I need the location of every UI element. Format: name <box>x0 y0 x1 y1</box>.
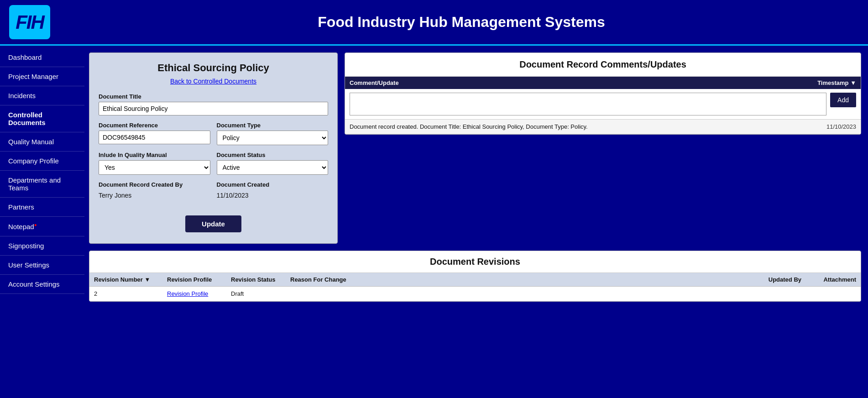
document-type-select[interactable]: Policy Procedure Work Instruction Form <box>217 131 329 145</box>
comments-col-header-timestamp: Timestamp ▼ <box>783 79 856 86</box>
document-status-label: Document Status <box>217 152 329 158</box>
reference-type-row: Document Reference Document Type Policy … <box>99 122 328 152</box>
comment-text: Document record created. Document Title:… <box>350 123 783 130</box>
main-layout: Dashboard Project Manager Incidents Cont… <box>0 46 868 398</box>
comments-col-header-comment: Comment/Update <box>350 79 783 86</box>
sidebar-item-project-manager[interactable]: Project Manager <box>0 67 84 86</box>
document-reference-group: Document Reference <box>99 122 210 145</box>
sidebar-item-quality-manual[interactable]: Quality Manual <box>0 132 84 152</box>
qm-status-row: Inlude In Quality Manual Yes No Document… <box>99 152 328 181</box>
comments-header: Comment/Update Timestamp ▼ <box>345 77 861 89</box>
document-form-panel: Ethical Sourcing Policy Back to Controll… <box>89 52 338 244</box>
document-reference-input[interactable] <box>99 131 210 144</box>
revisions-panel: Document Revisions Revision Number ▼ Rev… <box>89 251 861 302</box>
sidebar-item-controlled-documents[interactable]: Controlled Documents <box>0 105 84 132</box>
sidebar-item-account-settings[interactable]: Account Settings <box>0 275 84 294</box>
document-type-group: Document Type Policy Procedure Work Inst… <box>217 122 329 145</box>
document-reference-label: Document Reference <box>99 122 210 129</box>
include-qm-label: Inlude In Quality Manual <box>99 152 210 158</box>
include-qm-group: Inlude In Quality Manual Yes No <box>99 152 210 175</box>
sidebar-item-company-profile[interactable]: Company Profile <box>0 152 84 171</box>
sidebar-item-user-settings[interactable]: User Settings <box>0 256 84 275</box>
comments-panel: Document Record Comments/Updates Comment… <box>345 52 861 135</box>
document-created-value: 11/10/2023 <box>217 190 329 201</box>
rev-status: Draft <box>231 290 290 297</box>
rev-header-status: Revision Status <box>231 276 290 283</box>
notepad-dot: ● <box>34 222 37 227</box>
revision-profile-link[interactable]: Revision Profile <box>167 290 231 297</box>
comments-textarea[interactable] <box>350 93 826 115</box>
logo-text: FIH <box>16 11 44 33</box>
sidebar-item-departments-teams[interactable]: Departments and Teams <box>0 171 84 198</box>
add-comment-button[interactable]: Add <box>830 93 856 107</box>
document-title-group: Document Title <box>99 93 328 115</box>
sidebar-item-dashboard[interactable]: Dashboard <box>0 48 84 67</box>
logo: FIH <box>9 5 50 39</box>
rev-header-reason: Reason For Change <box>290 276 742 283</box>
document-panel-title: Ethical Sourcing Policy <box>99 62 328 74</box>
rev-header-updated-by: Updated By <box>742 276 801 283</box>
document-status-group: Document Status Active Draft Archived <box>217 152 329 175</box>
created-by-value: Terry Jones <box>99 190 210 201</box>
comments-input-row: Add <box>345 89 861 120</box>
update-button[interactable]: Update <box>185 215 241 232</box>
rev-header-number: Revision Number ▼ <box>94 276 167 283</box>
rev-number: 2 <box>94 290 167 297</box>
rev-header-profile: Revision Profile <box>167 276 231 283</box>
document-title-label: Document Title <box>99 93 328 100</box>
rev-header-attachment: Attachment <box>801 276 856 283</box>
content-area: Ethical Sourcing Policy Back to Controll… <box>84 46 868 398</box>
revision-row: 2 Revision Profile Draft <box>89 287 861 301</box>
comment-timestamp: 11/10/2023 <box>783 123 856 130</box>
include-qm-select[interactable]: Yes No <box>99 160 210 175</box>
document-title-input[interactable] <box>99 102 328 115</box>
sidebar-item-signposting[interactable]: Signposting <box>0 236 84 256</box>
document-type-label: Document Type <box>217 122 329 129</box>
header-title: Food Industry Hub Management Systems <box>64 14 859 31</box>
revisions-header-row: Revision Number ▼ Revision Profile Revis… <box>89 273 861 287</box>
created-by-label: Document Record Created By <box>99 181 210 188</box>
document-status-select[interactable]: Active Draft Archived <box>217 160 329 175</box>
comment-entry: Document record created. Document Title:… <box>345 120 861 134</box>
document-created-label: Document Created <box>217 181 329 188</box>
sidebar-item-partners[interactable]: Partners <box>0 198 84 217</box>
created-by-group: Document Record Created By Terry Jones <box>99 181 210 201</box>
top-row: Ethical Sourcing Policy Back to Controll… <box>89 52 861 244</box>
sidebar-item-incidents[interactable]: Incidents <box>0 86 84 105</box>
back-to-controlled-documents-link[interactable]: Back to Controlled Documents <box>99 78 328 85</box>
comments-title: Document Record Comments/Updates <box>345 53 861 77</box>
sidebar: Dashboard Project Manager Incidents Cont… <box>0 46 84 398</box>
creator-created-row: Document Record Created By Terry Jones D… <box>99 181 328 207</box>
revisions-title: Document Revisions <box>89 251 861 273</box>
document-created-group: Document Created 11/10/2023 <box>217 181 329 201</box>
header: FIH Food Industry Hub Management Systems <box>0 0 868 46</box>
sidebar-item-notepad[interactable]: Notepad● <box>0 217 84 236</box>
